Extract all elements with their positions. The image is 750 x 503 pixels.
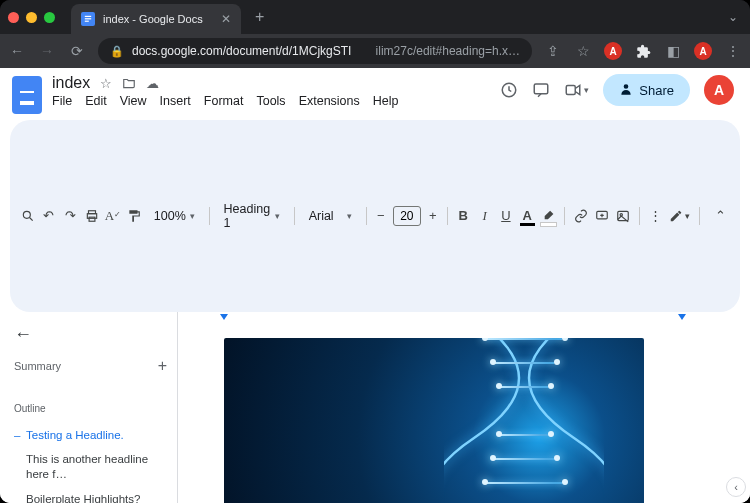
browser-window: index - Google Docs ✕ + ⌄ ← → ⟳ 🔒 docs.g… [0,0,750,503]
dna-graphic-icon [444,338,604,504]
outline-item-2[interactable]: This is another headline here f… [14,452,167,482]
more-tools-icon[interactable]: ⋮ [646,204,665,228]
font-select[interactable]: Arial▾ [301,204,360,228]
italic-icon[interactable]: I [475,204,494,228]
insert-image-icon[interactable] [614,204,633,228]
summary-label: Summary [14,360,61,372]
doc-title[interactable]: index [52,74,90,92]
browser-menu-icon[interactable]: ⋮ [724,43,742,59]
outline-item-1[interactable]: Testing a Headline. [14,428,167,443]
share-label: Share [639,83,674,98]
extension-a-icon[interactable]: A [604,42,622,60]
tab-list-button[interactable]: ⌄ [728,10,742,24]
search-menus-icon[interactable] [18,204,37,228]
fullscreen-window-button[interactable] [44,12,55,23]
profile-icon[interactable]: A [694,42,712,60]
underline-icon[interactable]: U [496,204,515,228]
svg-rect-2 [85,21,89,22]
tab-title: index - Google Docs [103,13,213,25]
outline-list: Testing a Headline. This is another head… [14,428,167,504]
comments-icon[interactable] [532,81,550,99]
font-size-decrease[interactable]: − [373,208,389,223]
zoom-select[interactable]: 100%▾ [146,204,203,228]
minimize-window-button[interactable] [26,12,37,23]
docs-body: ← Summary + Outline Testing a Headline. … [0,312,750,504]
undo-icon[interactable]: ↶ [39,204,58,228]
svg-point-6 [23,211,30,218]
menu-tools[interactable]: Tools [256,94,285,108]
text-color-icon[interactable]: A [518,204,537,228]
menu-edit[interactable]: Edit [85,94,107,108]
outline-label: Outline [14,403,167,414]
address-bar-row: ← → ⟳ 🔒 docs.google.com/document/d/1MCjk… [0,34,750,68]
right-indent-marker-icon[interactable] [678,314,686,320]
menu-format[interactable]: Format [204,94,244,108]
insert-link-icon[interactable] [571,204,590,228]
hero-image[interactable] [224,338,644,504]
side-panel-icon[interactable]: ◧ [664,43,682,59]
close-window-button[interactable] [8,12,19,23]
spellcheck-icon[interactable]: A✓ [103,204,122,228]
move-icon[interactable] [122,76,136,90]
ruler[interactable] [178,312,750,324]
lock-icon: 🔒 [110,45,124,58]
highlight-icon[interactable] [539,204,558,228]
font-size-input[interactable]: 20 [393,206,421,226]
back-button[interactable]: ← [8,43,26,59]
share-button[interactable]: Share [603,74,690,106]
style-select[interactable]: Heading 1▾ [216,204,288,228]
menu-extensions[interactable]: Extensions [299,94,360,108]
font-size-control: − 20 + [373,206,441,226]
add-comment-icon[interactable] [592,204,611,228]
redo-icon[interactable]: ↷ [61,204,80,228]
forward-button[interactable]: → [38,43,56,59]
close-tab-button[interactable]: ✕ [221,12,231,26]
document-page[interactable]: ⌄ Testing a Headline. [202,338,750,504]
explore-button[interactable]: ‹ [726,477,746,497]
star-icon[interactable]: ☆ [100,76,112,91]
svg-rect-11 [618,211,629,220]
new-tab-button[interactable]: + [249,4,270,30]
menu-bar: File Edit View Insert Format Tools Exten… [52,94,490,108]
reload-button[interactable]: ⟳ [68,43,86,59]
outline-item-3[interactable]: Boilerplate Highlights? [14,492,167,503]
svg-rect-1 [85,18,91,19]
url-suffix: ilim27c/edit#heading=h.x… [376,44,520,58]
window-controls [8,12,55,23]
menu-file[interactable]: File [52,94,72,108]
font-size-increase[interactable]: + [425,208,441,223]
tab-strip: index - Google Docs ✕ + ⌄ [0,0,750,34]
add-summary-button[interactable]: + [158,357,167,375]
left-indent-marker-icon[interactable] [220,314,228,320]
meet-icon[interactable]: ▾ [564,81,589,99]
extensions-icon[interactable] [634,44,652,59]
docs-app: index ☆ ☁ File Edit View Insert Format T… [0,68,750,503]
menu-view[interactable]: View [120,94,147,108]
editing-mode-icon[interactable]: ▾ [667,204,691,228]
close-outline-button[interactable]: ← [14,324,34,345]
svg-rect-5 [567,86,576,95]
browser-tab[interactable]: index - Google Docs ✕ [71,4,241,34]
page-area[interactable]: ⌄ Testing a Headline. ‹ [178,312,750,504]
svg-rect-4 [535,84,549,94]
url-host: docs.google.com/document/d/1MCjkgSTI [132,44,351,58]
menu-help[interactable]: Help [373,94,399,108]
svg-rect-0 [85,16,91,17]
history-icon[interactable] [500,81,518,99]
print-icon[interactable] [82,204,101,228]
send-tab-icon[interactable]: ⇪ [544,43,562,59]
menu-insert[interactable]: Insert [160,94,191,108]
docs-header: index ☆ ☁ File Edit View Insert Format T… [0,68,750,120]
collapse-toolbar-icon[interactable]: ⌃ [708,204,732,228]
toolbar: ↶ ↷ A✓ 100%▾ Heading 1▾ Arial▾ − 20 + B … [10,120,740,312]
docs-favicon-icon [81,12,95,26]
docs-logo-icon[interactable] [12,76,42,114]
bold-icon[interactable]: B [454,204,473,228]
cloud-status-icon[interactable]: ☁ [146,76,159,91]
bookmark-icon[interactable]: ☆ [574,43,592,59]
account-avatar[interactable]: A [704,75,734,105]
paint-format-icon[interactable] [124,204,143,228]
outline-pane: ← Summary + Outline Testing a Headline. … [0,312,178,504]
omnibox[interactable]: 🔒 docs.google.com/document/d/1MCjkgSTI i… [98,38,532,64]
